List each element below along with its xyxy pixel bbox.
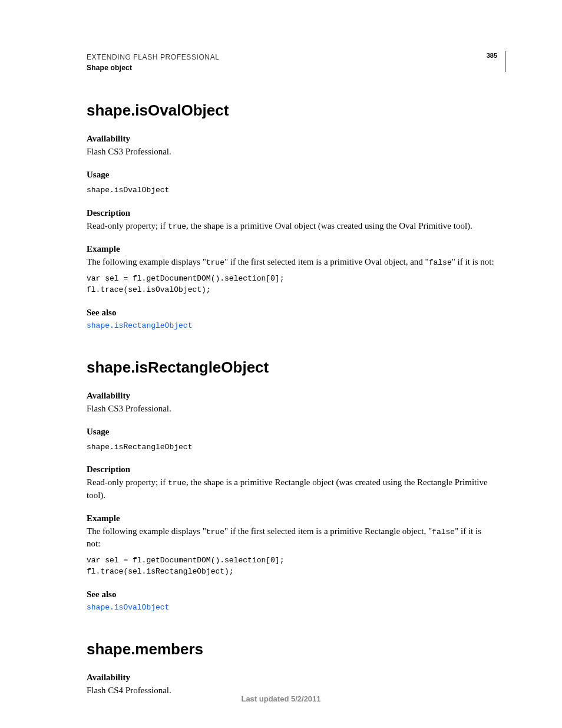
availability-text: Flash CS3 Professional. [87,403,497,415]
seealso-label: See also [87,589,497,599]
availability-label: Availability [87,391,497,401]
section-title: shape.isRectangleObject [87,358,497,377]
example-label: Example [87,244,497,254]
desc-pre: Read-only property; if [87,477,168,487]
ex-post: " if it is not: [452,257,494,266]
ex-pre: The following example displays " [87,257,206,266]
description-label: Description [87,465,497,475]
section-title: shape.isOvalObject [87,101,497,120]
page-header: EXTENDING FLASH PROFESSIONAL Shape objec… [87,52,497,73]
running-head-title: EXTENDING FLASH PROFESSIONAL [87,52,497,62]
description-label: Description [87,208,497,218]
description-text: Read-only property; if true, the shape i… [87,220,497,232]
availability-label: Availability [87,673,497,683]
example-label: Example [87,513,497,523]
usage-label: Usage [87,170,497,180]
description-text: Read-only property; if true, the shape i… [87,476,497,501]
page-number: 385 [487,52,497,59]
desc-pre: Read-only property; if [87,221,168,230]
usage-code: shape.isRectangleObject [87,442,497,453]
running-head-subtitle: Shape object [87,62,497,73]
seealso-label: See also [87,308,497,318]
page: EXTENDING FLASH PROFESSIONAL Shape objec… [0,0,562,728]
ex-mid: " if the first selected item is a primit… [224,257,429,266]
usage-code: shape.isOvalObject [87,185,497,196]
ex-inline1: true [206,528,224,536]
desc-inline: true [168,222,186,231]
seealso-link[interactable]: shape.isOvalObject [87,603,169,612]
example-code: var sel = fl.getDocumentDOM().selection[… [87,273,497,296]
ex-inline2: false [429,258,452,267]
seealso-link[interactable]: shape.isRectangleObject [87,321,192,330]
footer-updated: Last updated 5/2/2011 [0,694,562,703]
desc-post: , the shape is a primitive Oval object (… [186,221,472,230]
header-rule [505,51,505,72]
ex-inline2: false [432,528,455,536]
desc-inline: true [168,479,186,487]
usage-label: Usage [87,427,497,437]
example-text: The following example displays "true" if… [87,525,497,550]
availability-text: Flash CS3 Professional. [87,146,497,158]
example-text: The following example displays "true" if… [87,256,497,268]
section-title: shape.members [87,640,497,658]
ex-inline1: true [206,258,224,267]
availability-label: Availability [87,134,497,144]
example-code: var sel = fl.getDocumentDOM().selection[… [87,555,497,578]
ex-pre: The following example displays " [87,526,206,536]
ex-mid: " if the first selected item is a primit… [224,526,432,536]
